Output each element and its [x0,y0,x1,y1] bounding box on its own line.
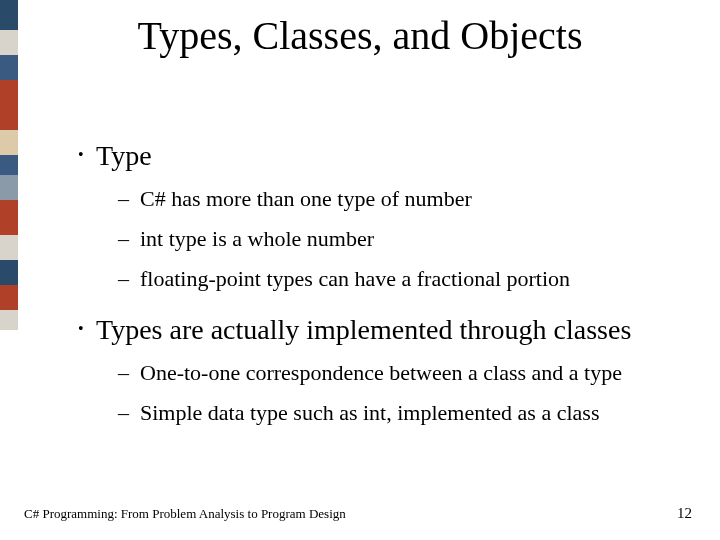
dash-icon: – [118,226,140,252]
sub-bullet-text: floating-point types can have a fraction… [140,266,570,291]
slide: Types, Classes, and Objects •Type –C# ha… [0,0,720,540]
sub-bullet-text: Simple data type such as int, implemente… [140,400,599,425]
footer-source: C# Programming: From Problem Analysis to… [24,506,346,522]
dash-icon: – [118,266,140,292]
dash-icon: – [118,400,140,426]
sub-bullet-text: int type is a whole number [140,226,374,251]
sub-bullet: –Simple data type such as int, implement… [118,400,690,426]
sub-bullet: –floating-point types can have a fractio… [118,266,690,292]
dash-icon: – [118,360,140,386]
bullet-types-classes-label: Types are actually implemented through c… [96,314,631,345]
bullet-dot-icon: • [78,320,96,338]
sub-bullet: –C# has more than one type of number [118,186,690,212]
bullet-type-label: Type [96,140,152,171]
slide-title: Types, Classes, and Objects [0,12,720,59]
bullet-type: •Type [78,140,690,172]
sub-bullet-text: One-to-one correspondence between a clas… [140,360,622,385]
sub-bullet: –int type is a whole number [118,226,690,252]
sub-bullet: –One-to-one correspondence between a cla… [118,360,690,386]
sub-bullet-text: C# has more than one type of number [140,186,472,211]
slide-content: •Type –C# has more than one type of numb… [78,140,690,440]
bullet-dot-icon: • [78,146,96,164]
bullet-types-classes: •Types are actually implemented through … [78,314,690,346]
dash-icon: – [118,186,140,212]
page-number: 12 [677,505,692,522]
